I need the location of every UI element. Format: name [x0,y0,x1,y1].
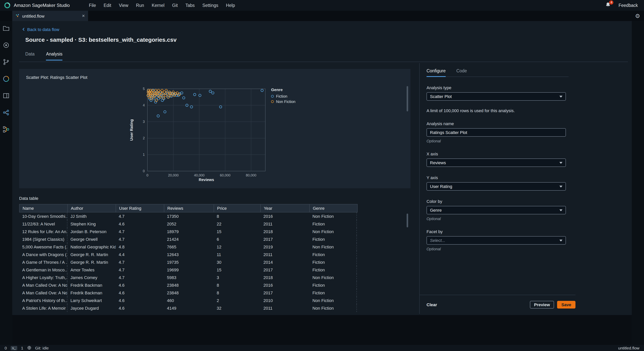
svg-text:0: 0 [146,174,148,177]
menu-item[interactable]: File [85,3,100,8]
column-header-reviews[interactable]: Reviews [164,204,214,212]
git-icon[interactable] [3,58,10,66]
table-row[interactable]: 11/22/63: A Novel Stephen King 4.6 2052 … [19,220,358,228]
table-row[interactable]: A Man Called Ove: A No... Fredrik Backma… [19,281,358,289]
table-row[interactable]: 12 Rules for Life: An An... Jordan B. Pe… [19,228,358,236]
table-row[interactable]: A Dance with Dragons (... George R. R. M… [19,251,358,258]
color-by-select[interactable]: Genre [426,206,566,214]
gear-icon[interactable]: ⚙ [635,12,644,19]
table-header-row: Name Author User Rating Reviews Price Ye… [19,204,358,212]
tab-configure[interactable]: Configure [426,68,446,77]
svg-text:20,000: 20,000 [168,174,178,177]
tab-code[interactable]: Code [456,68,467,76]
notifications-button[interactable]: 4 [606,2,611,9]
git-status[interactable]: Git: idle [35,346,49,350]
column-header-user-rating[interactable]: User Rating [116,204,164,212]
data-table-title: Data table [19,196,38,200]
table-row[interactable]: A Patriot's History of th... Larry Schwe… [19,297,358,304]
chevron-left-icon [22,27,25,32]
table-row[interactable]: 10-Day Green Smoothi... JJ Smith 4.7 173… [19,212,358,220]
column-header-year[interactable]: Year [261,204,310,212]
app-window: Amazon SageMaker Studio FileEditViewRunK… [0,0,644,351]
scatter-plot-svg: 012345020,00040,00060,00080,000ReviewsUs… [120,86,289,182]
terminal-count[interactable]: 1 [21,346,23,350]
chevron-down-icon [560,209,562,211]
y-axis-select[interactable]: User Rating [426,182,566,190]
chevron-down-icon [560,186,562,187]
save-button[interactable]: Save [557,301,576,308]
table-row[interactable]: A Stolen Life: A Memoir Jaycee Dugard 4.… [19,304,358,312]
tab-untitled-flow[interactable]: untitled.flow ✕ [12,11,88,21]
analysis-name-label: Analysis name [426,121,575,126]
chart-title: Scatter Plot: Ratings Scatter Plot [26,75,87,80]
status-bar: 0 s_ 1 Git: idle untitled.flow [0,345,644,351]
tab-data[interactable]: Data [25,52,35,60]
column-header-name[interactable]: Name [20,204,68,212]
menu-item[interactable]: Edit [100,3,115,8]
fiction-dot-icon [271,95,274,98]
right-edge-strip [632,21,644,345]
document-tab-bar: untitled.flow ✕ ⚙ [0,11,644,21]
menu-item[interactable]: Tabs [182,3,198,8]
page-title: Source - sampled · S3: bestsellers_with_… [25,36,176,43]
configure-code-tabs: Configure Code [426,68,568,77]
top-menu-bar: Amazon SageMaker Studio FileEditViewRunK… [0,0,644,11]
tabs-divider [19,62,628,62]
menu-item[interactable]: Settings [198,3,222,8]
table-row[interactable]: 5,000 Awesome Facts (... National Geogra… [19,243,358,251]
menu-bar: FileEditViewRunKernelGitTabsSettingsHelp [85,3,239,8]
globe-icon[interactable] [27,346,31,350]
menu-item[interactable]: View [115,3,132,8]
data-table: Name Author User Rating Reviews Price Ye… [19,204,358,315]
folder-icon[interactable] [3,25,10,32]
facet-by-select[interactable]: Select... [426,236,566,244]
data-analysis-tabs: Data Analysis [25,52,62,60]
chevron-down-icon [560,162,562,164]
data-flow-icon[interactable] [3,126,10,133]
column-header-genre[interactable]: Genre [310,204,357,212]
close-icon[interactable]: ✕ [82,14,85,18]
table-row[interactable]: A Higher Loyalty: Truth,... James Comey … [19,274,358,281]
legend-item-nonfiction[interactable]: Non Fiction [271,99,296,104]
running-icon[interactable] [3,42,10,48]
svg-text:60,000: 60,000 [220,174,230,177]
svg-text:Reviews: Reviews [199,178,214,182]
analysis-type-label: Analysis type [426,85,575,90]
tabs-icon[interactable] [3,92,10,99]
feedback-link[interactable]: Feedback [618,3,638,8]
table-row[interactable]: A Man Called Ove: A No... Fredrik Backma… [19,289,358,297]
flow-file-icon [15,13,20,18]
column-header-author[interactable]: Author [68,204,116,212]
config-actions-bar: Clear Preview Save [420,295,576,314]
menu-item[interactable]: Help [222,3,239,8]
kernel-badge[interactable]: s_ [11,346,17,350]
facet-by-optional: Optional [426,247,575,251]
color-by-label: Color by [426,199,575,204]
menu-item[interactable]: Git [168,3,182,8]
main-content: Back to data flow Source - sampled · S3:… [12,21,632,315]
table-row[interactable]: A Game of Thrones / A ... George R. R. M… [19,258,358,266]
analysis-name-input[interactable] [426,128,566,137]
chart-scrollbar[interactable] [406,86,408,112]
error-count[interactable]: 0 [4,346,7,350]
notification-count-badge: 4 [609,0,614,4]
color-by-optional: Optional [426,217,575,221]
table-row[interactable]: A Gentleman in Mosco... Amor Towles 4.7 … [19,266,358,274]
table-scrollbar[interactable] [406,214,408,227]
pipeline-icon[interactable] [3,109,10,116]
x-axis-select[interactable]: Reviews [426,158,566,167]
legend-item-fiction[interactable]: Fiction [271,94,296,99]
tab-title: untitled.flow [22,14,44,18]
back-to-data-flow-link[interactable]: Back to data flow [22,27,59,32]
resources-icon[interactable] [3,76,10,82]
menu-item[interactable]: Run [132,3,148,8]
analysis-type-select[interactable]: Scatter Plot [426,92,566,101]
table-row[interactable]: 1984 (Signet Classics) George Orwell 4.7… [19,236,358,243]
menu-item[interactable]: Kernel [148,3,168,8]
table-body: 10-Day Green Smoothi... JJ Smith 4.7 173… [19,212,358,315]
column-header-price[interactable]: Price [214,204,261,212]
preview-button[interactable]: Preview [530,301,554,308]
clear-button[interactable]: Clear [426,302,437,307]
svg-text:3: 3 [143,120,145,124]
tab-analysis[interactable]: Analysis [46,52,62,60]
